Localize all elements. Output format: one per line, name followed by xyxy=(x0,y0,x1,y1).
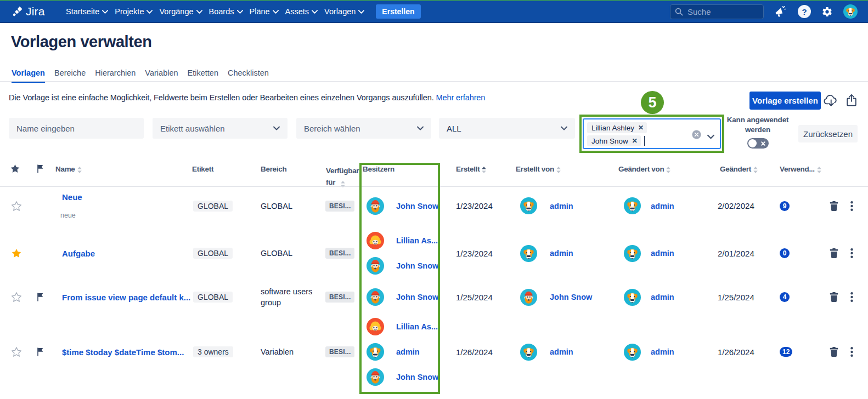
usage-count-badge: 4 xyxy=(780,292,790,302)
column-header-verwendungen[interactable]: Verwend... xyxy=(780,165,821,173)
column-header-verfuegbar-fuer[interactable]: Verfügbarfür xyxy=(326,165,359,188)
delete-button[interactable] xyxy=(830,187,838,225)
availability-filter-select[interactable]: ALL xyxy=(439,118,575,139)
name-filter-field[interactable] xyxy=(16,124,136,133)
table-header: Name Etikett Bereich Verfügbarfür Besitz… xyxy=(0,162,868,186)
star-toggle[interactable] xyxy=(12,282,21,312)
star-toggle[interactable] xyxy=(12,187,21,225)
template-name-link[interactable]: $time $today $dateTime $tom... xyxy=(62,347,184,357)
more-actions-button[interactable] xyxy=(850,312,854,391)
erstellt-von-cell: admin xyxy=(520,225,573,282)
search-input[interactable] xyxy=(687,7,753,16)
top-navigation-bar: Jira Startseite Projekte Vorgänge Boards… xyxy=(0,1,868,23)
owner-filter-tag[interactable]: Lillian Ashley ✕ xyxy=(587,122,647,133)
user-link[interactable]: John Snow xyxy=(550,293,592,301)
user-link[interactable]: admin xyxy=(550,249,573,258)
annotation-marker-5: 5 xyxy=(641,91,664,114)
avatar-admin xyxy=(624,289,641,306)
owner-link[interactable]: John Snow xyxy=(396,293,438,301)
name-filter-input[interactable] xyxy=(9,118,144,139)
owner-link[interactable]: admin xyxy=(396,347,420,356)
column-header-erstellt-von[interactable]: Erstellt von xyxy=(516,165,561,173)
chevron-down-icon xyxy=(196,10,202,14)
jira-logo[interactable]: Jira xyxy=(12,1,45,22)
star-toggle[interactable] xyxy=(12,225,21,282)
column-header-erstellt[interactable]: Erstellt xyxy=(456,165,486,173)
chevron-down-icon[interactable] xyxy=(707,132,714,141)
geaendert-von-cell: admin xyxy=(624,187,674,225)
column-header-name[interactable]: Name xyxy=(55,165,82,173)
owner-entry: John Snow xyxy=(367,368,438,386)
verwendungen-cell: 9 xyxy=(780,187,790,225)
user-avatar[interactable] xyxy=(843,4,858,19)
gear-icon[interactable] xyxy=(821,6,833,18)
can-apply-label: Kann angewendet werden xyxy=(722,115,794,135)
column-header-bereich[interactable]: Bereich xyxy=(261,165,286,173)
owner-link[interactable]: John Snow xyxy=(396,202,438,210)
owner-link[interactable]: Lillian As... xyxy=(396,236,438,245)
nav-item-vorgaenge[interactable]: Vorgänge xyxy=(157,1,204,22)
owner-link[interactable]: John Snow xyxy=(396,261,438,270)
template-name-link[interactable]: Neue xyxy=(62,192,82,202)
delete-button[interactable] xyxy=(830,312,838,391)
more-actions-button[interactable] xyxy=(850,282,854,312)
delete-button[interactable] xyxy=(830,225,838,282)
star-toggle[interactable] xyxy=(12,312,21,391)
cloud-download-icon[interactable] xyxy=(824,94,839,110)
create-template-button[interactable]: Vorlage erstellen xyxy=(749,92,821,110)
template-subtitle: neue xyxy=(60,212,82,219)
avatar-admin xyxy=(520,197,537,214)
column-header-etikett[interactable]: Etikett xyxy=(192,165,213,173)
clear-all-icon[interactable] xyxy=(692,130,701,141)
column-header-besitzern[interactable]: Besitzern xyxy=(363,165,394,173)
header-star-icon[interactable] xyxy=(10,164,20,173)
search-box[interactable] xyxy=(670,4,764,19)
can-apply-toggle[interactable] xyxy=(747,138,769,149)
nav-item-projekte[interactable]: Projekte xyxy=(113,1,154,22)
template-name-cell: From issue view page default k... xyxy=(62,282,194,312)
chevron-down-icon xyxy=(102,10,108,14)
remove-tag-icon[interactable]: ✕ xyxy=(638,124,644,132)
table-row: Aufgabe GLOBAL GLOBAL BESI... Lillian As… xyxy=(0,225,868,282)
nav-item-boards[interactable]: Boards xyxy=(207,1,245,22)
user-link[interactable]: admin xyxy=(651,202,674,210)
label-filter-select[interactable]: Etikett auswählen xyxy=(153,118,288,139)
verwendungen-cell: 0 xyxy=(780,225,790,282)
more-actions-button[interactable] xyxy=(850,187,854,225)
column-header-geaendert-von[interactable]: Geändert von xyxy=(618,165,670,173)
delete-button[interactable] xyxy=(830,282,838,312)
export-icon[interactable] xyxy=(846,93,857,110)
nav-item-startseite[interactable]: Startseite xyxy=(64,1,110,22)
owners-filter-multiselect[interactable]: Lillian Ashley ✕ John Snow ✕ xyxy=(583,118,721,149)
help-icon[interactable]: ? xyxy=(798,5,811,18)
usage-count-badge: 9 xyxy=(780,201,790,211)
header-flag-icon[interactable] xyxy=(36,164,44,173)
template-name-link[interactable]: Aufgabe xyxy=(62,249,95,258)
reset-button[interactable]: Zurücksetzen xyxy=(798,125,858,142)
user-link[interactable]: admin xyxy=(550,347,573,356)
create-button[interactable]: Erstellen xyxy=(376,4,420,19)
scope-filter-select[interactable]: Bereich wählen xyxy=(296,118,431,139)
sort-carets-icon xyxy=(556,167,561,173)
owner-link[interactable]: John Snow xyxy=(396,373,438,381)
learn-more-link[interactable]: Mehr erfahren xyxy=(436,93,486,102)
avatar-john-snow xyxy=(520,289,537,306)
user-link[interactable]: admin xyxy=(651,293,674,301)
nav-item-plaene[interactable]: Pläne xyxy=(248,1,280,22)
template-name-link[interactable]: From issue view page default k... xyxy=(62,293,190,302)
column-header-geaendert[interactable]: Geändert xyxy=(720,165,758,173)
more-actions-button[interactable] xyxy=(850,225,854,282)
owner-link[interactable]: Lillian As... xyxy=(396,322,438,331)
geaendert-cell: 1/25/2024 xyxy=(718,282,754,312)
megaphone-icon[interactable] xyxy=(774,5,787,18)
remove-tag-icon[interactable]: ✕ xyxy=(632,137,638,145)
chevron-down-icon xyxy=(312,10,318,14)
nav-item-assets[interactable]: Assets xyxy=(284,1,320,22)
nav-item-vorlagen[interactable]: Vorlagen xyxy=(323,1,366,22)
user-link[interactable]: admin xyxy=(651,249,674,258)
user-link[interactable]: admin xyxy=(550,202,573,210)
user-link[interactable]: admin xyxy=(651,347,674,356)
owner-entry: John Snow xyxy=(367,197,438,215)
chevron-down-icon xyxy=(273,10,279,14)
owner-filter-tag[interactable]: John Snow ✕ xyxy=(587,135,641,146)
